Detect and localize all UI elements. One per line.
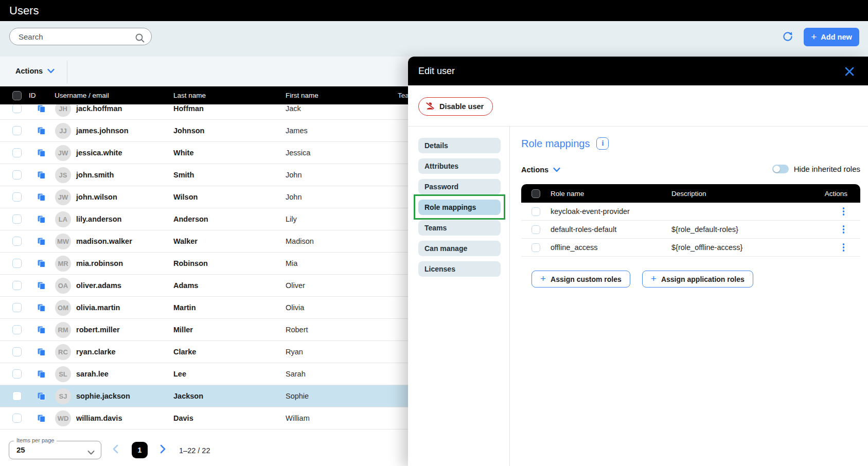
hide-inherited-toggle-group: Hide inherited roles	[772, 165, 860, 173]
panel-tab[interactable]: Licenses	[418, 261, 501, 277]
row-checkbox[interactable]	[12, 148, 22, 157]
role-actions-dropdown[interactable]: Actions	[521, 166, 560, 174]
row-checkbox[interactable]	[12, 104, 22, 113]
pagination-range: 1–22 / 22	[179, 432, 210, 466]
chevron-down-icon	[47, 68, 55, 74]
avatar: JS	[55, 167, 71, 183]
copy-id-icon[interactable]	[37, 281, 46, 292]
search-input[interactable]	[17, 32, 133, 42]
row-checkbox[interactable]	[12, 214, 22, 224]
copy-id-icon[interactable]	[37, 193, 46, 204]
panel-tab[interactable]: Password	[418, 179, 501, 194]
plus-icon: +	[651, 274, 657, 283]
avatar: RM	[55, 322, 71, 338]
kebab-menu-icon[interactable]	[840, 241, 848, 254]
assign-application-roles-button[interactable]: + Assign application roles	[642, 271, 753, 288]
assign-custom-roles-button[interactable]: + Assign custom roles	[532, 271, 630, 288]
row-checkbox[interactable]	[12, 281, 22, 290]
row-checkbox[interactable]	[12, 414, 22, 423]
avatar: SJ	[55, 388, 71, 404]
row-checkbox[interactable]	[12, 126, 22, 135]
avatar: MR	[55, 256, 71, 272]
copy-id-icon[interactable]	[37, 104, 46, 115]
firstname-cell: Sophie	[286, 385, 309, 407]
row-checkbox[interactable]	[12, 303, 22, 312]
username-cell: jessica.white	[76, 142, 122, 164]
kebab-menu-icon[interactable]	[840, 205, 848, 218]
firstname-cell: Jessica	[286, 142, 310, 164]
role-actions-label: Actions	[521, 166, 548, 174]
username-cell: john.smith	[76, 164, 114, 186]
toolbar-divider	[67, 61, 67, 83]
copy-id-icon[interactable]	[37, 303, 46, 314]
role-mappings-section: Role mappings i Actions Hide inherited r…	[521, 57, 860, 466]
row-checkbox[interactable]	[12, 347, 22, 356]
username-cell: ryan.clarke	[76, 341, 116, 363]
copy-id-icon[interactable]	[37, 348, 46, 359]
select-all-checkbox[interactable]	[12, 91, 22, 100]
copy-id-icon[interactable]	[37, 215, 46, 226]
row-checkbox[interactable]	[12, 170, 22, 180]
column-header-username: Username / email	[55, 86, 109, 104]
firstname-cell: Sarah	[286, 363, 306, 385]
toggle-knob	[773, 166, 780, 172]
username-cell: oliver.adams	[76, 275, 121, 297]
username-cell: robert.miller	[76, 319, 120, 341]
copy-id-icon[interactable]	[37, 259, 46, 270]
actions-dropdown-label: Actions	[15, 67, 43, 75]
panel-tab[interactable]: Details	[418, 138, 501, 153]
panel-tab[interactable]: Can manage	[418, 241, 501, 256]
lastname-cell: Wilson	[173, 186, 198, 208]
panel-tab-label: Licenses	[424, 265, 455, 273]
username-cell: sophie.jackson	[76, 385, 130, 407]
row-checkbox[interactable]	[12, 391, 22, 401]
column-header-description: Description	[671, 190, 817, 198]
row-checkbox[interactable]	[12, 192, 22, 202]
items-per-page-select[interactable]: Items per page 25	[9, 441, 101, 459]
assign-application-roles-label: Assign application roles	[661, 275, 745, 283]
username-cell: lily.anderson	[76, 208, 121, 230]
actions-dropdown[interactable]: Actions	[15, 67, 55, 75]
hide-inherited-toggle[interactable]	[772, 165, 789, 173]
roles-select-all-checkbox[interactable]	[532, 189, 540, 198]
role-row[interactable]: offline_access ${role_offline-access}	[521, 239, 860, 257]
role-row[interactable]: default-roles-default ${role_default-rol…	[521, 221, 860, 239]
kebab-menu-icon[interactable]	[840, 223, 848, 236]
copy-id-icon[interactable]	[37, 370, 46, 381]
copy-id-icon[interactable]	[37, 326, 46, 336]
role-checkbox[interactable]	[532, 243, 540, 252]
username-cell: sarah.lee	[76, 363, 109, 385]
copy-id-icon[interactable]	[37, 237, 46, 248]
disable-user-button[interactable]: Disable user	[418, 97, 493, 116]
refresh-icon[interactable]	[782, 30, 794, 43]
row-checkbox[interactable]	[12, 259, 22, 268]
role-checkbox[interactable]	[532, 225, 540, 234]
row-checkbox[interactable]	[12, 237, 22, 246]
search-box[interactable]	[9, 28, 152, 45]
row-checkbox[interactable]	[12, 369, 22, 379]
panel-tab-label: Can manage	[424, 244, 467, 253]
hide-inherited-label: Hide inherited roles	[794, 165, 860, 173]
lastname-cell: Anderson	[173, 208, 208, 230]
row-checkbox[interactable]	[12, 325, 22, 334]
add-new-button[interactable]: + Add new	[804, 28, 859, 46]
copy-id-icon[interactable]	[37, 149, 46, 159]
panel-tab[interactable]: Attributes	[418, 158, 501, 174]
prev-page-icon[interactable]	[112, 444, 118, 456]
info-icon[interactable]: i	[596, 137, 609, 150]
username-cell: madison.walker	[76, 230, 132, 253]
copy-id-icon[interactable]	[37, 392, 46, 403]
role-checkbox[interactable]	[532, 207, 540, 216]
edit-user-panel: Edit user Disable user Details Attribute…	[408, 57, 868, 466]
current-page-button[interactable]: 1	[132, 442, 148, 458]
screen: Users + Add new Actions	[0, 0, 868, 466]
copy-id-icon[interactable]	[37, 414, 46, 425]
copy-id-icon[interactable]	[37, 127, 46, 137]
next-page-icon[interactable]	[160, 444, 166, 456]
role-row[interactable]: keycloak-event-provider	[521, 203, 860, 221]
panel-tab[interactable]: Teams	[418, 220, 501, 236]
panel-tab[interactable]: Role mappings	[418, 200, 501, 215]
assign-custom-roles-label: Assign custom roles	[551, 275, 622, 283]
panel-tab-label: Attributes	[424, 162, 458, 170]
copy-id-icon[interactable]	[37, 171, 46, 182]
